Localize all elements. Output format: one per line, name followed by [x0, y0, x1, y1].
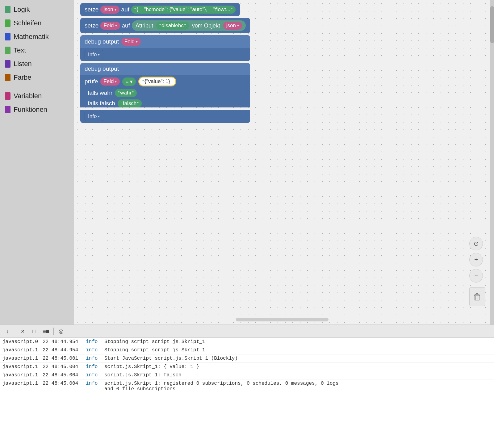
- falls-falsch-label: falls falsch: [88, 100, 115, 107]
- sidebar-item-text[interactable]: Text: [0, 44, 74, 57]
- info-arrow-1: ▾: [98, 52, 100, 57]
- scroll-down-icon: ↓: [6, 328, 9, 335]
- sidebar-item-listen[interactable]: Listen: [0, 57, 74, 70]
- log-clear-btn[interactable]: ✕: [18, 326, 27, 336]
- attribut-block[interactable]: Attribut " disablehc " vom Objekt json ▾: [132, 20, 246, 31]
- open-quote-2: ": [159, 23, 161, 28]
- mathematik-color: [5, 33, 10, 40]
- wahr-close-quote: ": [132, 90, 134, 95]
- wahr-text: wahr: [120, 90, 132, 96]
- sidebar-item-farbe[interactable]: Farbe: [0, 71, 74, 84]
- setze-feld-block[interactable]: setze Feld ▾ auf Attribut " disablehc " …: [80, 18, 250, 33]
- auf-label-2: auf: [122, 22, 130, 29]
- val-close-quote: ": [171, 79, 172, 84]
- trash-button[interactable]: 🗑: [469, 287, 485, 306]
- zoom-in-icon: +: [474, 256, 478, 263]
- debug2-feld-arrow: ▾: [115, 79, 117, 84]
- feld-var-label: Feld: [103, 23, 114, 29]
- canvas-horizontal-scrollbar[interactable]: [236, 318, 329, 321]
- log-row: javascript.1 22:48:45.004 info script.js…: [0, 363, 494, 371]
- debug1-feld-label: Feld: [124, 39, 135, 45]
- sidebar-label-farbe: Farbe: [14, 73, 31, 82]
- close-quote-1: ": [231, 7, 232, 12]
- block-row-1: setze json ▾ auf " { "hcmode": {"value":…: [80, 3, 250, 16]
- logik-color: [5, 6, 10, 13]
- debug1-feld-pill[interactable]: Feld ▾: [121, 38, 141, 46]
- log-message: Stopping script script.js.Skript_1: [104, 339, 492, 345]
- falsch-text: falsch: [123, 100, 136, 107]
- val-open-quote: ": [142, 79, 144, 84]
- listen-color: [5, 60, 10, 68]
- json-obj-label: json: [226, 23, 236, 29]
- trash-icon: 🗑: [473, 292, 482, 302]
- feld-var-pill[interactable]: Feld ▾: [100, 22, 120, 30]
- log-source: javascript.1: [2, 364, 43, 370]
- funktionen-color: [5, 106, 10, 113]
- falsch-string[interactable]: " falsch ": [118, 99, 142, 107]
- sidebar-item-funktionen[interactable]: Funktionen: [0, 103, 74, 116]
- hide-icon: ◎: [59, 328, 64, 335]
- disablehc-string[interactable]: " disablehc ": [156, 22, 189, 30]
- attribut-label: Attribut: [136, 23, 153, 29]
- farbe-color: [5, 74, 10, 81]
- value-block[interactable]: " {"value": 1} ": [138, 77, 176, 86]
- log-row: javascript.1 22:48:45.004 info script.js…: [0, 379, 494, 393]
- log-level: info: [86, 364, 104, 370]
- falsch-close-quote: ": [137, 101, 139, 106]
- center-icon: ⊙: [474, 240, 479, 247]
- sidebar-item-schleifen[interactable]: Schleifen: [0, 17, 74, 30]
- center-button[interactable]: ⊙: [469, 237, 483, 250]
- log-level: info: [86, 347, 104, 353]
- sidebar-divider: [0, 85, 74, 89]
- clear-icon: ✕: [21, 329, 25, 334]
- open-quote-1: ": [134, 7, 136, 12]
- log-copy-btn[interactable]: □: [29, 326, 39, 336]
- auf-label: auf: [121, 6, 129, 13]
- sidebar-label-mathematik: Mathematik: [14, 33, 49, 41]
- wahr-open-quote: ": [118, 90, 119, 95]
- log-table: javascript.0 22:48:44.954 info Stopping …: [0, 338, 494, 448]
- zoom-in-button[interactable]: +: [469, 253, 483, 266]
- right-scrollbar[interactable]: [490, 0, 494, 324]
- blockly-canvas[interactable]: setze json ▾ auf " { "hcmode": {"value":…: [74, 0, 490, 324]
- sidebar-item-variablen[interactable]: Variablen: [0, 90, 74, 103]
- sidebar-item-mathematik[interactable]: Mathematik: [0, 30, 74, 43]
- debug2-feld-pill[interactable]: Feld ▾: [100, 77, 120, 86]
- value-text: {"value": 1}: [144, 78, 170, 85]
- log-level: info: [86, 372, 104, 378]
- log-row: javascript.0 22:48:44.954 info Stopping …: [0, 338, 494, 346]
- sidebar-item-logik[interactable]: Logik: [0, 3, 74, 16]
- zoom-out-button[interactable]: −: [469, 269, 483, 283]
- disablehc-label: disablehc: [161, 23, 184, 29]
- json-obj-pill[interactable]: json ▾: [223, 22, 242, 30]
- log-hide-btn[interactable]: ◎: [56, 326, 66, 336]
- sidebar-label-listen: Listen: [14, 60, 32, 68]
- string-content-1: { "hcmode": {"value": "auto"}, "flowt...: [136, 6, 230, 13]
- debug-block-1: debug output Feld ▾ Info ▾: [80, 35, 250, 61]
- info-pill-2[interactable]: Info ▾: [85, 112, 103, 121]
- log-source: javascript.1: [2, 372, 43, 378]
- info-pill-1[interactable]: Info ▾: [85, 50, 103, 59]
- json-string-value[interactable]: " { "hcmode": {"value": "auto"}, "flowt.…: [131, 6, 236, 14]
- feld-dropdown-arrow: ▾: [115, 23, 117, 28]
- json-var-label: json: [103, 6, 113, 13]
- sidebar-label-schleifen: Schleifen: [14, 19, 42, 27]
- eq-operator[interactable]: = ▾: [122, 77, 136, 86]
- log-source: javascript.1: [2, 347, 43, 353]
- close-quote-2: ": [184, 23, 186, 28]
- variablen-color: [5, 92, 10, 100]
- toolbar-divider-1: [15, 328, 15, 335]
- json-obj-arrow: ▾: [237, 23, 239, 28]
- log-level: info: [86, 381, 104, 386]
- toolbar-divider-2: [53, 328, 54, 335]
- log-time: 22:48:44.954: [43, 339, 86, 345]
- setze-label-2: setze: [85, 22, 98, 29]
- log-scroll-down-btn[interactable]: ↓: [2, 326, 12, 336]
- setze-json-block[interactable]: setze json ▾ auf " { "hcmode": {"value":…: [80, 3, 240, 16]
- info-label-2: Info: [88, 113, 97, 119]
- wahr-string[interactable]: " wahr ": [115, 89, 137, 97]
- log-filter-btn[interactable]: ≡■: [41, 326, 51, 336]
- zoom-out-icon: −: [474, 272, 478, 279]
- json-dropdown-arrow: ▾: [115, 7, 116, 12]
- json-var-pill[interactable]: json ▾: [100, 6, 119, 14]
